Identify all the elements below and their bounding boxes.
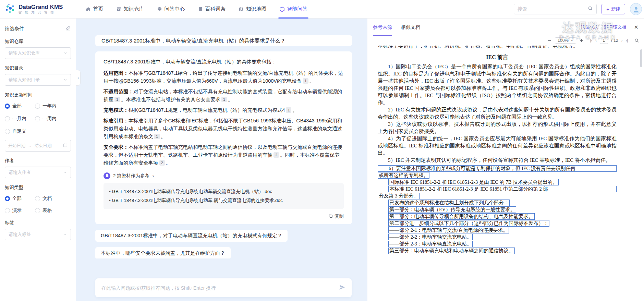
last-page-button[interactable]: ›| [625,38,628,43]
locate-source-link[interactable]: ❝ 定位原文 [577,24,599,30]
reference-reader-panel: 参考来源 相似文档 ❝ 定位原文 查看该文档 ✕ 100% ▼ [367,19,644,301]
radio-dot [5,129,10,134]
zoom-level-value: 100% [558,38,569,43]
question-input[interactable] [101,285,339,291]
radio-type-document[interactable]: 文档 [35,195,71,202]
nav-item-label: 知识仓库 [123,6,144,12]
citation-badge[interactable]: 1 [303,78,308,84]
search-icon[interactable] [588,6,593,12]
radio-time-custom[interactable]: 自定义 [5,128,35,134]
catalog-select[interactable]: 请输入知识目录 [5,74,71,86]
reference-doc-link[interactable]: GB T 18487.3-2001电动车辆传导充电系统电动车辆交流直流充电机（站… [109,187,338,196]
doc-title: IEC 前言 [378,54,617,61]
update-time-radio-group: 全部 一年内 一月内 一周内 自定义 [5,103,71,134]
radio-dot [5,208,10,213]
doc-paragraph: 5）IEC 并未制定表明其认可的标记程序，任何设备宣称其符合 IEC 某项标准，… [378,157,617,164]
references-toggle[interactable]: 2 篇资料作为参考 ∨ [104,172,344,180]
citation-badge[interactable]: 2 [159,160,165,166]
main-nav: 首页 知识仓库 问答中心 百科词条 知识地图 [79,0,314,19]
zoom-level-select[interactable]: 100% ▼ [555,37,576,44]
nav-item-knowledge-repo[interactable]: 知识仓库 [110,0,150,19]
brand-logo[interactable]: DataGrand KMS 智 能 知 识 管 理 [5,3,63,15]
question-input-bar [95,278,352,297]
reference-doc-icon [104,172,110,179]
clear-filter-icon[interactable] [65,25,71,32]
document-scrollbar[interactable] [640,49,642,67]
nav-item-encyclopedia[interactable]: 百科词条 [191,0,232,19]
highlight-line: 6）要注意本国际标准的某些成分可能是专利保护的对象，但 IEC 没有责任去识别任… [378,165,617,172]
citation-badge[interactable]: 1 [154,134,160,139]
author-select[interactable]: 请输入作者 [5,167,71,178]
toolbar-divider [631,38,631,43]
chat-bubble-icon [157,7,162,12]
toolbar-divider [587,38,587,43]
highlight-line: 分及第 3 分部分。 [378,193,420,199]
reader-header: 参考来源 相似文档 ❝ 定位原文 查看该文档 ✕ [367,19,644,36]
suggested-question[interactable]: GB/T18487.3-2001标准中，对于电动车辆直流充电机（站）的充电模式有… [95,230,288,242]
quote-icon: ❝ [577,25,580,30]
search-input[interactable] [518,7,588,12]
repo-label: 知识仓库 [5,38,71,45]
citation-badge[interactable]: 2 [274,152,279,158]
user-avatar[interactable] [630,3,642,15]
radio-type-sheet[interactable]: 表格 [35,207,71,214]
radio-time-one-week[interactable]: 一周内 [35,116,71,122]
answer-intro: GB/T18487.3-2001标准中，电动车辆交流/直流充电机（站）的具体要求… [104,58,344,66]
tab-reference-source[interactable]: 参考来源 [373,19,392,36]
answer-section: 适用范围：本标准与GB/T18487.1结合，给出了传导连接到电动车辆的交流/直… [104,69,344,85]
date-range-picker[interactable]: 开始日期 → 结束日期 [5,140,71,152]
doc-paragraph: 1）国际电工委员会（IEC）是一个由所有国家的电工委员会（IEC 国家委员会）组… [378,63,617,106]
references-toggle-label: 2 篇资料作为参考 [113,172,149,180]
nav-item-qa-center[interactable]: 问答中心 [150,0,191,19]
document-toolbar: 100% ▼ |‹ ‹ / 12 › ›| [367,36,644,45]
chat-scroll-area[interactable]: GB/T18487.3-2001标准中，电动车辆交流/直流充电机（站）的具体要求… [76,19,367,258]
nav-item-label: 首页 [93,6,103,12]
radio-dot [5,116,10,121]
send-icon[interactable] [339,284,345,292]
update-time-label: 知识更新时间 [5,92,71,98]
prev-page-button[interactable]: ‹ [595,38,597,43]
nav-item-smart-qa[interactable]: 智能问答 [273,0,314,19]
highlighted-passage: 6）要注意本国际标准的某些成分可能是专利保护的对象，但 IEC 没有责任去识别任… [378,165,617,254]
zoom-out-button[interactable] [547,38,552,43]
doc-clipped-line: 本标准主要适用于：扩音机、对讲机、扩音器、收音机、电唱机、音响设备、电视机等。 [378,46,617,50]
references-list: GB T 18487.3-2001电动车辆传导充电系统电动车辆交流直流充电机（站… [104,183,344,209]
sidebar-collapse-handle[interactable]: ‹ [76,70,81,86]
view-document-link[interactable]: 查看该文档 [604,24,627,30]
tab-similar-docs[interactable]: 相似文档 [401,19,420,36]
document-viewer[interactable]: 本标准主要适用于：扩音机、对讲机、扩音器、收音机、电唱机、音响设备、电视机等。 … [367,46,644,301]
radio-type-presentation[interactable]: 演示 [5,207,35,214]
tag-select[interactable]: 请输入标签 [5,229,71,240]
copy-button[interactable]: 复制 [328,213,344,219]
nav-item-home[interactable]: 首页 [79,0,110,19]
answer-section: 不适用范围：对于交流充电站，本标准不包括不具有充电控制功能的盒式装置，它配有给电… [104,88,344,104]
zoom-in-button[interactable] [579,38,584,43]
radio-type-all[interactable]: 全部 [5,195,35,202]
chevron-down-icon [63,77,67,83]
reference-doc-link[interactable]: GB T 18487.2-2001电动车辆传导充电系统电动车 辆与交流直流电源的… [109,196,338,205]
suggested-question[interactable]: 本标准中，哪些安全要求未被涵盖，尤其是在维护方面？ [95,247,231,258]
radio-time-all[interactable]: 全部 [5,103,35,109]
app-window: DataGrand KMS 智 能 知 识 管 理 首页 知识仓库 问答中心 百… [0,0,644,301]
next-page-button[interactable]: › [621,38,623,43]
close-icon[interactable]: ✕ [634,24,639,31]
citation-badge[interactable]: 1 [286,107,291,113]
citation-badge[interactable]: 1 [221,97,227,102]
home-icon [86,7,91,12]
calendar-icon [63,143,68,148]
first-page-button[interactable]: |‹ [590,38,593,43]
user-question: GB/T18487.3-2001标准中，电动车辆交流/直流充电机（站）的具体要求… [95,35,352,46]
document-search-icon[interactable] [634,38,639,43]
page-number-input[interactable] [600,37,608,44]
repo-select[interactable]: 请输入知识仓库 [5,47,71,59]
radio-dot [35,208,40,213]
nav-item-knowledge-map[interactable]: 知识地图 [232,0,273,19]
citation-badge[interactable]: 1 [114,97,120,102]
radio-time-one-month[interactable]: 一月内 [5,116,35,122]
radio-time-one-year[interactable]: 一年内 [35,103,71,109]
doc-paragraph: 4）为了促进国际上的统一，IEC 国家委员会应尽最大可能地采用 IEC 国际标准… [378,135,617,157]
nav-item-label: 知识地图 [246,6,266,12]
logo-mark-icon [5,3,16,15]
new-button[interactable]: + 新建 [602,4,625,14]
global-search[interactable] [514,4,597,14]
